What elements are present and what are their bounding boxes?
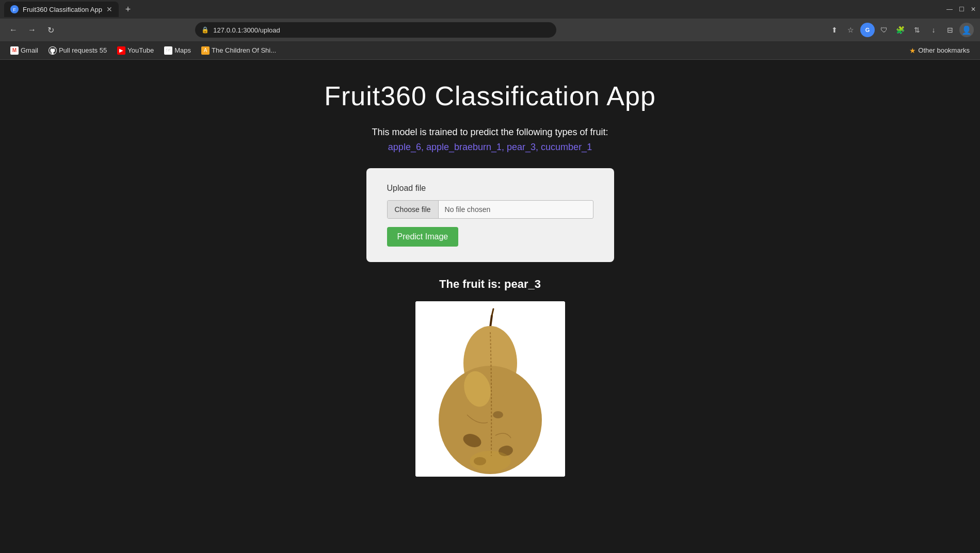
browser-frame: F Fruit360 Classification App ✕ + — ☐ ✕ …: [0, 0, 980, 524]
predict-image-btn[interactable]: Predict Image: [387, 227, 459, 247]
share-btn[interactable]: ⬆: [827, 23, 842, 37]
lock-icon: 🔒: [201, 26, 209, 34]
address-text: 127.0.0.1:3000/upload: [213, 26, 280, 34]
tab-favicon: F: [10, 5, 19, 13]
result-text: The fruit is: pear_3: [439, 278, 541, 291]
file-input-row: Choose file No file chosen: [387, 200, 593, 219]
bookmark-star-btn[interactable]: ☆: [844, 23, 858, 37]
bookmarks-bar: M Gmail Pull requests 55 ▶ YouTube 🗺 Map…: [0, 41, 980, 60]
choose-file-btn[interactable]: Choose file: [388, 201, 439, 218]
new-tab-btn[interactable]: +: [121, 2, 135, 17]
sidebar-btn[interactable]: ⊟: [943, 23, 957, 37]
page-content: Fruit360 Classification App This model i…: [0, 60, 980, 524]
bookmark-children-label: The Children Of Shi...: [212, 46, 276, 54]
bookmark-gmail[interactable]: M Gmail: [6, 44, 42, 57]
svg-point-13: [470, 451, 511, 471]
fruit-image-container: [415, 301, 565, 477]
github-favicon: [49, 46, 57, 55]
tab-title: Fruit360 Classification App: [23, 6, 102, 13]
window-minimize[interactable]: —: [946, 6, 953, 13]
no-file-text: No file chosen: [439, 205, 497, 214]
extensions-btn[interactable]: 🧩: [893, 23, 908, 37]
refresh-btn[interactable]: ↻: [43, 23, 58, 37]
upload-label: Upload file: [387, 184, 593, 193]
forward-btn[interactable]: →: [25, 23, 39, 37]
bookmark-gmail-label: Gmail: [21, 46, 38, 54]
bookmark-youtube[interactable]: ▶ YouTube: [113, 44, 158, 57]
bookmark-github[interactable]: Pull requests 55: [44, 44, 111, 57]
active-tab[interactable]: F Fruit360 Classification App ✕: [4, 2, 119, 17]
upload-card: Upload file Choose file No file chosen P…: [366, 168, 614, 262]
window-controls: — ☐ ✕: [946, 6, 976, 13]
other-bookmarks-btn[interactable]: ★ Other bookmarks: [905, 44, 974, 57]
other-bookmarks-label: Other bookmarks: [918, 46, 970, 54]
tab-close-btn[interactable]: ✕: [106, 5, 113, 13]
youtube-favicon: ▶: [117, 46, 125, 55]
profile-btn[interactable]: 👤: [959, 23, 974, 37]
shield-btn[interactable]: 🛡: [877, 23, 891, 37]
fruit-types-text: apple_6, apple_braeburn_1, pear_3, cucum…: [388, 142, 592, 153]
children-favicon: A: [201, 46, 210, 55]
bookmark-youtube-label: YouTube: [127, 46, 154, 54]
page-title: Fruit360 Classification App: [324, 80, 656, 111]
svg-text:F: F: [13, 7, 16, 12]
bookmark-star-icon: ★: [909, 46, 916, 55]
grammarly-btn[interactable]: G: [860, 23, 875, 37]
window-maximize[interactable]: ☐: [959, 6, 965, 13]
nav-actions: ⬆ ☆ G 🛡 🧩 ⇅ ↓ ⊟ 👤: [827, 23, 974, 37]
navigation-bar: ← → ↻ 🔒 127.0.0.1:3000/upload ⬆ ☆ G 🛡 🧩 …: [0, 19, 980, 41]
back-btn[interactable]: ←: [6, 23, 21, 37]
bookmarks-right: ★ Other bookmarks: [905, 44, 974, 57]
bookmark-maps-label: Maps: [174, 46, 191, 54]
download-btn[interactable]: ↓: [926, 23, 941, 37]
svg-point-11: [493, 411, 503, 418]
bookmark-maps[interactable]: 🗺 Maps: [160, 44, 195, 57]
maps-favicon: 🗺: [164, 46, 172, 55]
subtitle-text: This model is trained to predict the fol…: [372, 127, 608, 138]
gmail-favicon: M: [10, 46, 19, 55]
title-bar: F Fruit360 Classification App ✕ + — ☐ ✕: [0, 0, 980, 19]
address-bar[interactable]: 🔒 127.0.0.1:3000/upload: [195, 22, 556, 38]
sync-btn[interactable]: ⇅: [910, 23, 924, 37]
bookmark-github-label: Pull requests 55: [59, 46, 107, 54]
window-close[interactable]: ✕: [971, 6, 976, 13]
bookmark-children[interactable]: A The Children Of Shi...: [197, 44, 280, 57]
pear-image: [415, 301, 565, 477]
